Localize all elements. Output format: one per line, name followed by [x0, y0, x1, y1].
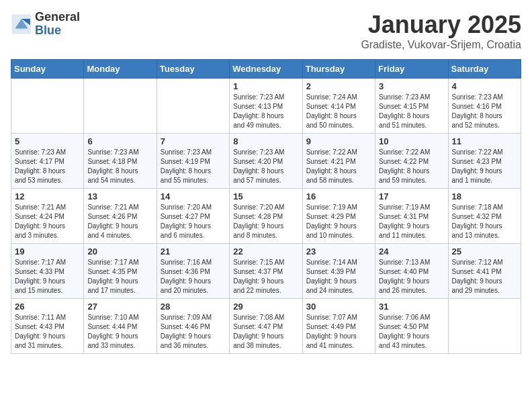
- day-number: 17: [379, 191, 444, 201]
- day-info: Sunrise: 7:06 AM Sunset: 4:50 PM Dayligh…: [379, 313, 444, 351]
- day-number: 6: [87, 136, 152, 146]
- calendar-cell: 24Sunrise: 7:13 AM Sunset: 4:40 PM Dayli…: [375, 244, 448, 299]
- calendar-cell: [84, 79, 157, 134]
- day-info: Sunrise: 7:17 AM Sunset: 4:35 PM Dayligh…: [87, 258, 152, 295]
- weekday-header: Friday: [375, 60, 448, 79]
- calendar-cell: 15Sunrise: 7:20 AM Sunset: 4:28 PM Dayli…: [230, 189, 302, 244]
- day-info: Sunrise: 7:24 AM Sunset: 4:14 PM Dayligh…: [306, 93, 371, 130]
- day-number: 4: [452, 81, 517, 91]
- day-number: 22: [233, 246, 298, 257]
- logo-general-text: General: [35, 11, 80, 24]
- day-info: Sunrise: 7:22 AM Sunset: 4:23 PM Dayligh…: [452, 148, 517, 185]
- logo-text: General Blue: [35, 11, 80, 38]
- logo-icon: [11, 13, 32, 35]
- calendar-cell: 7Sunrise: 7:23 AM Sunset: 4:19 PM Daylig…: [157, 134, 229, 189]
- weekday-header: Sunday: [11, 60, 84, 79]
- day-number: 12: [15, 191, 80, 201]
- day-info: Sunrise: 7:13 AM Sunset: 4:40 PM Dayligh…: [379, 258, 444, 295]
- day-number: 19: [15, 246, 80, 257]
- calendar-cell: 8Sunrise: 7:23 AM Sunset: 4:20 PM Daylig…: [230, 134, 302, 189]
- title-section: January 2025 Gradiste, Vukovar-Srijem, C…: [361, 11, 521, 51]
- calendar-week-row: 5Sunrise: 7:23 AM Sunset: 4:17 PM Daylig…: [11, 134, 521, 189]
- day-info: Sunrise: 7:18 AM Sunset: 4:32 PM Dayligh…: [452, 203, 517, 240]
- calendar-cell: 29Sunrise: 7:08 AM Sunset: 4:47 PM Dayli…: [230, 299, 302, 354]
- day-number: 27: [87, 302, 152, 312]
- day-info: Sunrise: 7:22 AM Sunset: 4:21 PM Dayligh…: [306, 148, 371, 185]
- day-number: 23: [306, 246, 371, 257]
- calendar-cell: [157, 79, 229, 134]
- day-info: Sunrise: 7:23 AM Sunset: 4:16 PM Dayligh…: [452, 93, 517, 130]
- calendar-cell: 21Sunrise: 7:16 AM Sunset: 4:36 PM Dayli…: [157, 244, 229, 299]
- day-number: 18: [452, 191, 517, 201]
- day-info: Sunrise: 7:21 AM Sunset: 4:26 PM Dayligh…: [87, 203, 152, 240]
- day-number: 25: [452, 246, 517, 257]
- day-number: 16: [306, 191, 371, 201]
- day-info: Sunrise: 7:08 AM Sunset: 4:47 PM Dayligh…: [233, 313, 298, 351]
- day-info: Sunrise: 7:11 AM Sunset: 4:43 PM Dayligh…: [15, 313, 80, 351]
- weekday-header: Saturday: [448, 60, 521, 79]
- day-info: Sunrise: 7:23 AM Sunset: 4:20 PM Dayligh…: [233, 148, 298, 185]
- day-number: 3: [379, 81, 444, 91]
- calendar-table: SundayMondayTuesdayWednesdayThursdayFrid…: [11, 59, 521, 354]
- calendar-cell: [11, 79, 84, 134]
- logo-blue-text: Blue: [35, 24, 80, 38]
- calendar-cell: 4Sunrise: 7:23 AM Sunset: 4:16 PM Daylig…: [448, 79, 521, 134]
- calendar-week-row: 26Sunrise: 7:11 AM Sunset: 4:43 PM Dayli…: [11, 299, 521, 354]
- day-number: 30: [306, 302, 371, 312]
- day-info: Sunrise: 7:22 AM Sunset: 4:22 PM Dayligh…: [379, 148, 444, 185]
- day-number: 15: [233, 191, 298, 201]
- day-info: Sunrise: 7:23 AM Sunset: 4:18 PM Dayligh…: [87, 148, 152, 185]
- calendar-cell: 31Sunrise: 7:06 AM Sunset: 4:50 PM Dayli…: [375, 299, 448, 354]
- day-info: Sunrise: 7:19 AM Sunset: 4:29 PM Dayligh…: [306, 203, 371, 240]
- day-number: 11: [452, 136, 517, 146]
- calendar-cell: 23Sunrise: 7:14 AM Sunset: 4:39 PM Dayli…: [302, 244, 375, 299]
- calendar-cell: 12Sunrise: 7:21 AM Sunset: 4:24 PM Dayli…: [11, 189, 84, 244]
- calendar-cell: 28Sunrise: 7:09 AM Sunset: 4:46 PM Dayli…: [157, 299, 229, 354]
- calendar-cell: 9Sunrise: 7:22 AM Sunset: 4:21 PM Daylig…: [302, 134, 375, 189]
- day-number: 8: [233, 136, 298, 146]
- day-number: 26: [15, 302, 80, 312]
- calendar-cell: [448, 299, 521, 354]
- day-number: 7: [161, 136, 226, 146]
- day-number: 14: [161, 191, 226, 201]
- calendar-week-row: 12Sunrise: 7:21 AM Sunset: 4:24 PM Dayli…: [11, 189, 521, 244]
- day-info: Sunrise: 7:14 AM Sunset: 4:39 PM Dayligh…: [306, 258, 371, 295]
- day-number: 1: [233, 81, 298, 91]
- day-info: Sunrise: 7:12 AM Sunset: 4:41 PM Dayligh…: [452, 258, 517, 295]
- day-number: 20: [87, 246, 152, 257]
- calendar-cell: 30Sunrise: 7:07 AM Sunset: 4:49 PM Dayli…: [302, 299, 375, 354]
- calendar-cell: 3Sunrise: 7:23 AM Sunset: 4:15 PM Daylig…: [375, 79, 448, 134]
- day-info: Sunrise: 7:23 AM Sunset: 4:19 PM Dayligh…: [161, 148, 226, 185]
- day-number: 13: [87, 191, 152, 201]
- day-info: Sunrise: 7:20 AM Sunset: 4:28 PM Dayligh…: [233, 203, 298, 240]
- day-number: 10: [379, 136, 444, 146]
- day-info: Sunrise: 7:23 AM Sunset: 4:15 PM Dayligh…: [379, 93, 444, 130]
- calendar-cell: 5Sunrise: 7:23 AM Sunset: 4:17 PM Daylig…: [11, 134, 84, 189]
- day-number: 31: [379, 302, 444, 312]
- calendar-cell: 18Sunrise: 7:18 AM Sunset: 4:32 PM Dayli…: [448, 189, 521, 244]
- day-number: 24: [379, 246, 444, 257]
- calendar-cell: 22Sunrise: 7:15 AM Sunset: 4:37 PM Dayli…: [230, 244, 302, 299]
- calendar-cell: 14Sunrise: 7:20 AM Sunset: 4:27 PM Dayli…: [157, 189, 229, 244]
- calendar-cell: 6Sunrise: 7:23 AM Sunset: 4:18 PM Daylig…: [84, 134, 157, 189]
- weekday-header: Monday: [84, 60, 157, 79]
- day-info: Sunrise: 7:15 AM Sunset: 4:37 PM Dayligh…: [233, 258, 298, 295]
- calendar-cell: 11Sunrise: 7:22 AM Sunset: 4:23 PM Dayli…: [448, 134, 521, 189]
- day-info: Sunrise: 7:20 AM Sunset: 4:27 PM Dayligh…: [161, 203, 226, 240]
- day-number: 28: [161, 302, 226, 312]
- weekday-header: Thursday: [302, 60, 375, 79]
- day-info: Sunrise: 7:16 AM Sunset: 4:36 PM Dayligh…: [161, 258, 226, 295]
- day-info: Sunrise: 7:21 AM Sunset: 4:24 PM Dayligh…: [15, 203, 80, 240]
- calendar-cell: 2Sunrise: 7:24 AM Sunset: 4:14 PM Daylig…: [302, 79, 375, 134]
- calendar-cell: 26Sunrise: 7:11 AM Sunset: 4:43 PM Dayli…: [11, 299, 84, 354]
- day-info: Sunrise: 7:23 AM Sunset: 4:13 PM Dayligh…: [233, 93, 298, 130]
- day-number: 2: [306, 81, 371, 91]
- logo: General Blue: [11, 11, 80, 38]
- calendar-cell: 17Sunrise: 7:19 AM Sunset: 4:31 PM Dayli…: [375, 189, 448, 244]
- day-info: Sunrise: 7:19 AM Sunset: 4:31 PM Dayligh…: [379, 203, 444, 240]
- calendar-cell: 10Sunrise: 7:22 AM Sunset: 4:22 PM Dayli…: [375, 134, 448, 189]
- day-info: Sunrise: 7:09 AM Sunset: 4:46 PM Dayligh…: [161, 313, 226, 351]
- day-info: Sunrise: 7:17 AM Sunset: 4:33 PM Dayligh…: [15, 258, 80, 295]
- day-number: 29: [233, 302, 298, 312]
- month-title: January 2025: [361, 11, 521, 39]
